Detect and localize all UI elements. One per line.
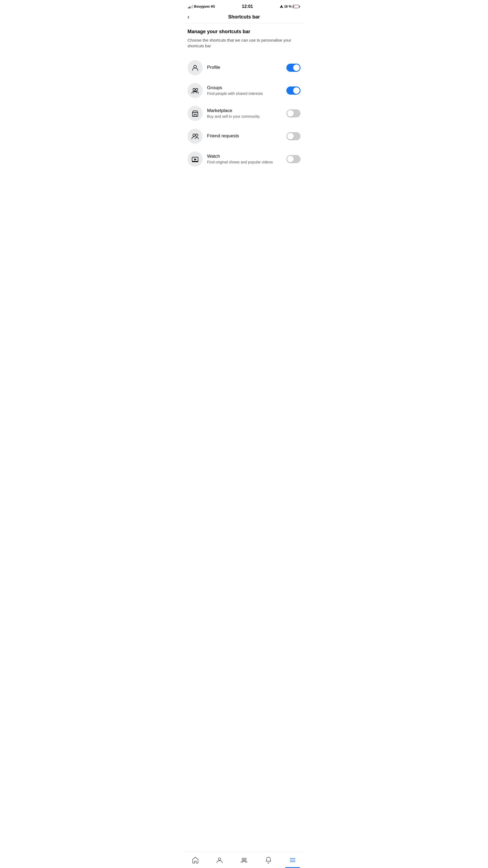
profile-icon (191, 64, 199, 71)
watch-icon (191, 155, 199, 163)
groups-sublabel: Find people with shared interests (207, 91, 282, 96)
shortcut-item-marketplace: Marketplace Buy and sell in your communi… (188, 102, 300, 125)
svg-marker-10 (194, 158, 197, 160)
main-content: Manage your shortcuts bar Choose the sho… (183, 23, 305, 170)
friend-requests-icon (191, 132, 199, 140)
groups-label: Groups (207, 85, 282, 91)
profile-text: Profile (207, 65, 282, 71)
friend-requests-toggle-slider (286, 132, 300, 140)
page-title: Shortcuts bar (228, 14, 260, 20)
svg-point-1 (193, 88, 195, 91)
svg-point-0 (194, 65, 196, 68)
profile-toggle-slider (286, 64, 300, 72)
nav-header: ‹ Shortcuts bar (183, 12, 305, 23)
profile-toggle[interactable] (286, 64, 300, 72)
shortcut-item-groups: Groups Find people with shared interests (188, 79, 300, 102)
friend-requests-text: Friend requests (207, 133, 282, 139)
battery-percent-label: 16 % (284, 5, 292, 8)
groups-text: Groups Find people with shared interests (207, 85, 282, 96)
shortcut-item-profile: Profile (188, 56, 300, 79)
marketplace-sublabel: Buy and sell in your community (207, 114, 282, 119)
marketplace-icon (191, 110, 199, 117)
watch-toggle[interactable] (286, 155, 300, 163)
marketplace-text: Marketplace Buy and sell in your communi… (207, 108, 282, 119)
svg-point-7 (193, 134, 195, 136)
svg-rect-3 (192, 113, 198, 116)
friend-requests-icon-wrap (188, 129, 203, 144)
marketplace-label: Marketplace (207, 108, 282, 114)
friend-requests-label: Friend requests (207, 133, 282, 139)
status-left: Bouygues 4G (188, 5, 215, 8)
watch-text: Watch Find original shows and popular vi… (207, 154, 282, 164)
profile-label: Profile (207, 65, 282, 70)
svg-point-8 (196, 134, 198, 136)
marketplace-icon-wrap (188, 106, 203, 121)
shortcut-item-watch: Watch Find original shows and popular vi… (188, 148, 300, 170)
status-right: 16 % (280, 5, 300, 8)
status-bar: Bouygues 4G 12:01 16 % (183, 0, 305, 12)
watch-toggle-slider (286, 155, 300, 163)
battery-icon (293, 5, 300, 8)
marketplace-toggle[interactable] (286, 109, 300, 118)
marketplace-toggle-slider (286, 109, 300, 118)
profile-icon-wrap (188, 60, 203, 75)
time-label: 12:01 (242, 4, 253, 9)
section-title: Manage your shortcuts bar (188, 29, 300, 34)
friend-requests-toggle[interactable] (286, 132, 300, 140)
section-description: Choose the shortcuts that we can use to … (188, 37, 300, 49)
carrier-label: Bouygues 4G (194, 5, 215, 8)
signal-icon (188, 5, 193, 8)
svg-point-2 (196, 88, 198, 91)
groups-toggle[interactable] (286, 87, 300, 95)
watch-label: Watch (207, 154, 282, 159)
groups-toggle-slider (286, 87, 300, 95)
svg-rect-4 (194, 114, 196, 116)
watch-sublabel: Find original shows and popular videos (207, 160, 282, 164)
groups-icon-wrap (188, 83, 203, 98)
groups-icon (191, 87, 199, 94)
back-button[interactable]: ‹ (188, 14, 189, 20)
shortcut-item-friend-requests: Friend requests (188, 125, 300, 148)
watch-icon-wrap (188, 152, 203, 167)
location-icon (280, 5, 283, 8)
